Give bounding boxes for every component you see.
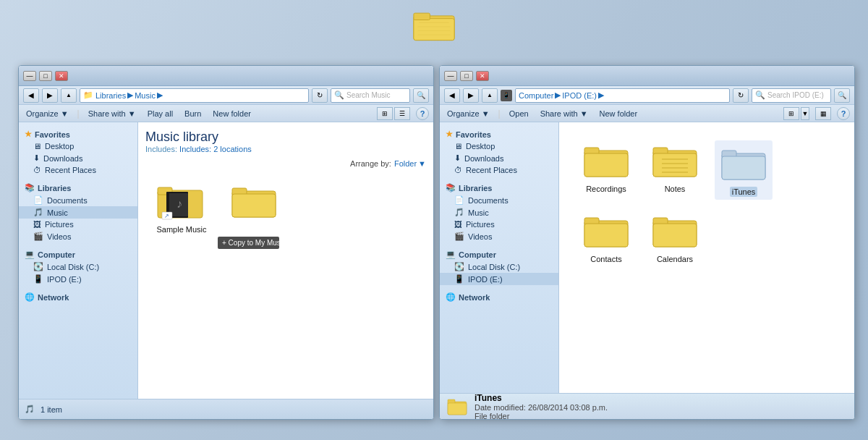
copy-to-music-button[interactable]: + Copy to My Music <box>218 237 279 249</box>
left-minimize-button[interactable]: — <box>23 71 36 81</box>
right-local-disk-label: Local Disk (C:) <box>468 263 520 271</box>
itunes-folder[interactable]: iTunes <box>715 140 773 200</box>
library-title: Music library <box>145 130 426 145</box>
right-sidebar-desktop[interactable]: 🖥 Desktop <box>440 140 558 152</box>
sidebar-item-recent[interactable]: ⏱ Recent Places <box>19 164 137 176</box>
right-desktop-label: Desktop <box>466 142 495 151</box>
right-sidebar-music[interactable]: 🎵 Music <box>440 206 558 219</box>
favorites-section: ★ Favorites 🖥 Desktop ⬇ Downloads ⏱ Rece… <box>19 128 137 176</box>
right-videos-label: Videos <box>468 232 492 241</box>
right-minimize-button[interactable]: — <box>444 71 457 81</box>
right-organize-button[interactable]: Organize ▼ <box>444 108 493 119</box>
right-network-header[interactable]: 🌐 Network <box>440 291 558 303</box>
breadcrumb-libraries[interactable]: Libraries <box>95 91 126 100</box>
sidebar-item-videos[interactable]: 🎬 Videos <box>19 230 137 242</box>
locations-link[interactable]: Includes: 2 locations <box>179 145 252 153</box>
left-search-box[interactable]: 🔍 Search Music <box>331 88 410 103</box>
left-close-button[interactable]: ✕ <box>55 71 68 81</box>
right-up-button[interactable]: ▲ <box>482 88 498 103</box>
computer-header[interactable]: 💻 Computer <box>19 248 137 261</box>
arrange-value[interactable]: Folder ▼ <box>394 159 426 168</box>
plain-folder[interactable]: + Copy to My Music <box>225 181 283 234</box>
right-sidebar-docs[interactable]: 📄 Documents <box>440 194 558 206</box>
breadcrumb-music[interactable]: Music <box>135 91 156 100</box>
right-favorites-section: ★ Favorites 🖥 Desktop ⬇ Downloads ⏱ Rece… <box>440 128 558 176</box>
left-address-bar[interactable]: 📁 Libraries ▶ Music ▶ <box>80 88 309 103</box>
network-header[interactable]: 🌐 Network <box>19 291 137 303</box>
right-command-bar: Organize ▼ | Open Share with ▼ New folde… <box>440 105 854 122</box>
sidebar-item-music[interactable]: 🎵 Music <box>19 206 137 219</box>
right-sidebar-local-disk[interactable]: 💽 Local Disk (C:) <box>440 261 558 273</box>
sidebar-item-local-disk[interactable]: 💽 Local Disk (C:) <box>19 261 137 273</box>
details-view[interactable]: ☰ <box>394 107 410 120</box>
music-label: Music <box>47 208 68 217</box>
contacts-folder[interactable]: Contacts <box>577 211 635 264</box>
arrange-bar: Arrange by: Folder ▼ <box>145 159 426 168</box>
left-back-button[interactable]: ◀ <box>23 88 39 103</box>
right-sidebar-recent[interactable]: ⏱ Recent Places <box>440 164 558 176</box>
left-search-button[interactable]: 🔍 <box>413 88 429 103</box>
right-refresh-button[interactable]: ↻ <box>733 88 749 103</box>
sample-music-folder[interactable]: ♪ ↗ Sample Music <box>153 181 210 234</box>
sidebar-item-documents[interactable]: 📄 Documents <box>19 194 137 206</box>
right-pictures-icon: 🖼 <box>454 220 462 229</box>
right-help-button[interactable]: ? <box>837 107 850 120</box>
details-info: iTunes Date modified: 26/08/2014 03:08 p… <box>475 393 608 420</box>
right-sidebar-videos[interactable]: 🎬 Videos <box>440 230 558 242</box>
sidebar-item-pictures[interactable]: 🖼 Pictures <box>19 219 137 230</box>
right-large-icons-view[interactable]: ⊞ <box>783 107 799 120</box>
right-computer-header[interactable]: 💻 Computer <box>440 248 558 261</box>
right-favorites-header[interactable]: ★ Favorites <box>440 128 558 140</box>
right-search-button[interactable]: 🔍 <box>834 88 850 103</box>
computer-section: 💻 Computer 💽 Local Disk (C:) 📱 IPOD (E:) <box>19 248 137 285</box>
right-forward-button[interactable]: ▶ <box>463 88 479 103</box>
recordings-folder[interactable]: Recordings <box>577 140 635 200</box>
right-back-button[interactable]: ◀ <box>444 88 460 103</box>
right-window: — □ ✕ ◀ ▶ ▲ 📱 Computer ▶ IPOD (E:) ▶ ↻ 🔍… <box>439 65 855 420</box>
arrange-value-text: Folder <box>394 159 417 168</box>
right-sidebar-ipod[interactable]: 📱 IPOD (E:) <box>440 273 558 285</box>
right-open-button[interactable]: Open <box>506 108 532 119</box>
breadcrumb-ipod[interactable]: IPOD (E:) <box>562 91 597 100</box>
sidebar-item-desktop[interactable]: 🖥 Desktop <box>19 140 137 152</box>
left-refresh-button[interactable]: ↻ <box>312 88 328 103</box>
sidebar-item-ipod-left[interactable]: 📱 IPOD (E:) <box>19 273 137 285</box>
right-maximize-button[interactable]: □ <box>460 71 473 81</box>
calendars-folder[interactable]: Calendars <box>646 211 704 264</box>
right-sidebar-downloads[interactable]: ⬇ Downloads <box>440 152 558 164</box>
large-icons-view[interactable]: ⊞ <box>377 107 393 120</box>
left-forward-button[interactable]: ▶ <box>42 88 58 103</box>
help-button[interactable]: ? <box>416 107 429 120</box>
right-libraries-header[interactable]: 📚 Libraries <box>440 182 558 194</box>
favorites-header[interactable]: ★ Favorites <box>19 128 137 140</box>
share-with-button[interactable]: Share with ▼ <box>85 108 139 119</box>
left-breadcrumb: Libraries ▶ Music ▶ <box>95 90 163 100</box>
right-details-view[interactable]: ▼ <box>801 107 809 120</box>
play-all-button[interactable]: Play all <box>145 108 176 119</box>
left-up-button[interactable]: ▲ <box>61 88 77 103</box>
sidebar-item-downloads[interactable]: ⬇ Downloads <box>19 152 137 164</box>
calendars-folder-icon <box>650 211 700 251</box>
right-share-button[interactable]: Share with ▼ <box>537 108 591 119</box>
left-titlebar-controls: — □ ✕ <box>23 71 68 81</box>
right-search-box[interactable]: 🔍 Search IPOD (E:) <box>752 88 831 103</box>
right-downloads-icon: ⬇ <box>454 153 461 163</box>
left-maximize-button[interactable]: □ <box>39 71 52 81</box>
star-icon: ★ <box>25 130 32 139</box>
new-folder-button[interactable]: New folder <box>210 108 254 119</box>
left-main-content: Music library Includes: Includes: 2 loca… <box>138 122 433 399</box>
breadcrumb-computer[interactable]: Computer <box>519 91 553 100</box>
right-search-placeholder: Search IPOD (E:) <box>767 91 824 99</box>
organize-button[interactable]: Organize ▼ <box>23 108 72 119</box>
right-sidebar-pictures[interactable]: 🖼 Pictures <box>440 219 558 230</box>
burn-button[interactable]: Burn <box>182 108 204 119</box>
recent-label: Recent Places <box>45 166 96 174</box>
right-view-extra[interactable]: ▦ <box>815 107 831 120</box>
libraries-header[interactable]: 📚 Libraries <box>19 182 137 194</box>
right-close-button[interactable]: ✕ <box>476 71 489 81</box>
svg-rect-36 <box>653 224 697 247</box>
notes-folder[interactable]: Notes <box>646 140 704 200</box>
right-new-folder-button[interactable]: New folder <box>597 108 641 119</box>
right-address-bar[interactable]: Computer ▶ IPOD (E:) ▶ <box>515 88 730 103</box>
sample-music-icon: ♪ ↗ <box>156 181 207 221</box>
